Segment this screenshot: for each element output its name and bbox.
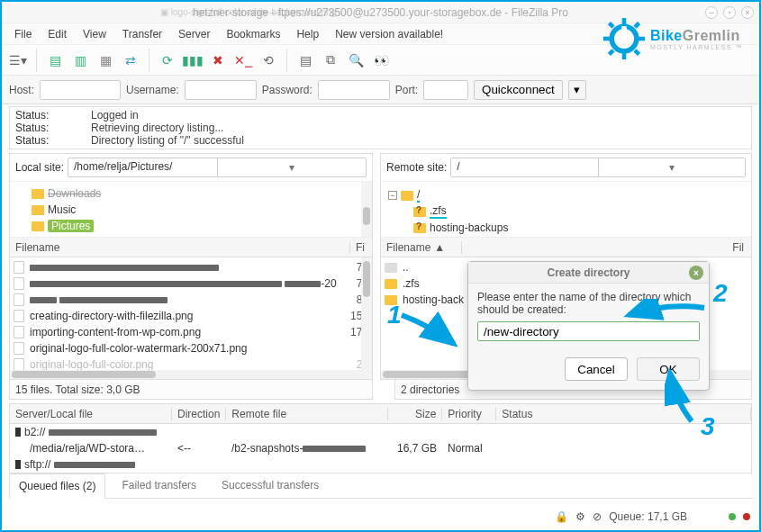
toggle-remote-tree-icon[interactable]: ▥ xyxy=(69,50,91,71)
tab-failed[interactable]: Failed transfers xyxy=(113,473,205,498)
remote-site-label: Remote site: xyxy=(386,161,447,174)
host-label: Host: xyxy=(9,84,34,96)
username-input[interactable] xyxy=(185,80,257,100)
local-panel: Local site: /home/relja/Pictures/▾ Downl… xyxy=(9,153,373,380)
chevron-down-icon[interactable]: ▾ xyxy=(217,158,366,176)
compare-icon[interactable]: ⧉ xyxy=(320,50,341,71)
sync-browse-icon[interactable]: 🔍 xyxy=(345,50,367,71)
menu-new-version[interactable]: New version available! xyxy=(328,26,450,42)
directory-name-input[interactable] xyxy=(477,321,700,341)
status-msg: Directory listing of "/" successful xyxy=(91,134,244,147)
menu-view[interactable]: View xyxy=(76,26,113,42)
queue-tabs: Queued files (2) Failed transfers Succes… xyxy=(9,473,752,499)
up-dir-icon xyxy=(385,263,397,273)
close-icon[interactable]: × xyxy=(689,266,703,280)
queue-header[interactable]: Server/Local fileDirectionRemote fileSiz… xyxy=(10,404,751,424)
remote-tree[interactable]: −/ .zfs hosting-backups xyxy=(381,182,751,238)
local-site-combo[interactable]: /home/relja/Pictures/▾ xyxy=(68,158,367,177)
dialog-title: Create directory × xyxy=(468,262,709,284)
create-directory-dialog: Create directory × Please enter the name… xyxy=(467,261,710,391)
server-icon xyxy=(15,428,21,437)
toggle-queue-icon[interactable]: ▦ xyxy=(95,50,116,71)
status-label: Status: xyxy=(15,134,69,147)
status-msg: Logged in xyxy=(91,109,139,122)
password-label: Password: xyxy=(262,84,313,96)
status-label: Status: xyxy=(15,122,69,134)
password-input[interactable] xyxy=(318,80,390,100)
menu-help[interactable]: Help xyxy=(289,26,326,42)
local-status: 15 files. Total size: 3,0 GB xyxy=(9,380,373,400)
disconnect-icon[interactable]: ✕⎯ xyxy=(232,50,254,71)
file-icon xyxy=(14,293,24,306)
tab-successful[interactable]: Successful transfers xyxy=(213,473,328,498)
chevron-down-icon[interactable]: ▾ xyxy=(598,158,745,176)
titlebar: ▣ logo-sign-full-color-white-background.… xyxy=(2,2,759,23)
file-icon xyxy=(14,326,24,338)
file-icon xyxy=(14,342,24,355)
refresh-icon[interactable]: ⟳ xyxy=(157,50,178,71)
server-icon xyxy=(15,460,21,469)
cancel-button[interactable]: Cancel xyxy=(565,357,628,381)
status-msg: Retrieving directory listing... xyxy=(91,122,223,134)
queue-row[interactable]: sftp:// xyxy=(10,456,751,473)
local-tree[interactable]: Downloads Music Pictures Public Template… xyxy=(10,182,372,238)
lock-icon: 🔒 xyxy=(555,510,568,523)
activity-led-1 xyxy=(729,513,736,520)
ok-button[interactable]: OK xyxy=(637,357,700,381)
remote-site-combo[interactable]: /▾ xyxy=(450,158,746,177)
window-title: hetzner-storage - ftpes://u273500@u27350… xyxy=(2,6,759,19)
sort-asc-icon: ▲ xyxy=(434,241,445,254)
local-file-header[interactable]: FilenameFi xyxy=(10,238,372,257)
bottom-status-bar: 🔒 ⚙ ⊘ Queue: 17,1 GB xyxy=(11,509,750,525)
file-icon xyxy=(14,261,24,274)
port-label: Port: xyxy=(395,84,418,96)
search-icon[interactable]: 👀 xyxy=(370,50,392,71)
menu-server[interactable]: Server xyxy=(171,26,217,42)
menu-file[interactable]: File xyxy=(7,26,39,42)
dialog-message: Please enter the name of the directory w… xyxy=(477,291,700,316)
tab-queued[interactable]: Queued files (2) xyxy=(9,473,105,499)
remote-file-header[interactable]: Filename ▲ Fil xyxy=(381,238,751,257)
quickconnect-button[interactable]: Quickconnect xyxy=(474,80,563,100)
transfer-queue: Server/Local fileDirectionRemote fileSiz… xyxy=(9,403,752,473)
site-manager-icon[interactable]: ☰▾ xyxy=(7,50,29,71)
file-icon xyxy=(14,277,24,290)
quickconnect-dropdown[interactable]: ▾ xyxy=(568,80,586,100)
queue-row[interactable]: b2:// xyxy=(10,424,751,440)
scrollbar-vertical[interactable] xyxy=(361,257,372,370)
gear-icon: ⚙ xyxy=(575,510,585,523)
local-file-list[interactable]: 76 -20...75 80 creating-directory-with-f… xyxy=(10,257,372,370)
activity-led-2 xyxy=(743,513,750,520)
menu-bookmarks[interactable]: Bookmarks xyxy=(219,26,287,42)
reconnect-icon[interactable]: ⟲ xyxy=(258,50,279,71)
port-input[interactable] xyxy=(423,80,468,100)
file-icon xyxy=(14,358,24,370)
quickconnect-bar: Host: Username: Password: Port: Quickcon… xyxy=(2,76,759,104)
toggle-log-icon[interactable]: ⇄ xyxy=(120,50,141,71)
local-site-label: Local site: xyxy=(15,161,64,174)
status-log[interactable]: Status:Logged in Status:Retrieving direc… xyxy=(9,106,752,149)
queue-row[interactable]: /media/relja/WD-stora…<--/b2-snapshots-1… xyxy=(10,440,751,456)
process-queue-icon[interactable]: ▮▮▮ xyxy=(182,50,204,71)
folder-icon xyxy=(385,295,397,305)
queue-icon: ⊘ xyxy=(593,510,602,523)
folder-icon xyxy=(385,279,397,289)
toolbar: ☰▾ ▤ ▥ ▦ ⇄ ⟳ ▮▮▮ ✖ ✕⎯ ⟲ ▤ ⧉ 🔍 👀 xyxy=(2,45,759,76)
menu-transfer[interactable]: Transfer xyxy=(115,26,169,42)
collapse-icon[interactable]: − xyxy=(388,191,397,200)
file-icon xyxy=(14,310,24,322)
toggle-local-tree-icon[interactable]: ▤ xyxy=(44,50,66,71)
queue-size: Queue: 17,1 GB xyxy=(609,510,687,523)
username-label: Username: xyxy=(126,84,179,96)
status-label: Status: xyxy=(15,109,69,122)
host-input[interactable] xyxy=(40,80,121,100)
menu-edit[interactable]: Edit xyxy=(41,26,74,42)
cancel-icon[interactable]: ✖ xyxy=(207,50,229,71)
scrollbar-horizontal[interactable] xyxy=(10,370,372,379)
scrollbar-vertical[interactable] xyxy=(361,182,372,237)
filter-icon[interactable]: ▤ xyxy=(294,50,316,71)
menubar: File Edit View Transfer Server Bookmarks… xyxy=(2,23,759,45)
